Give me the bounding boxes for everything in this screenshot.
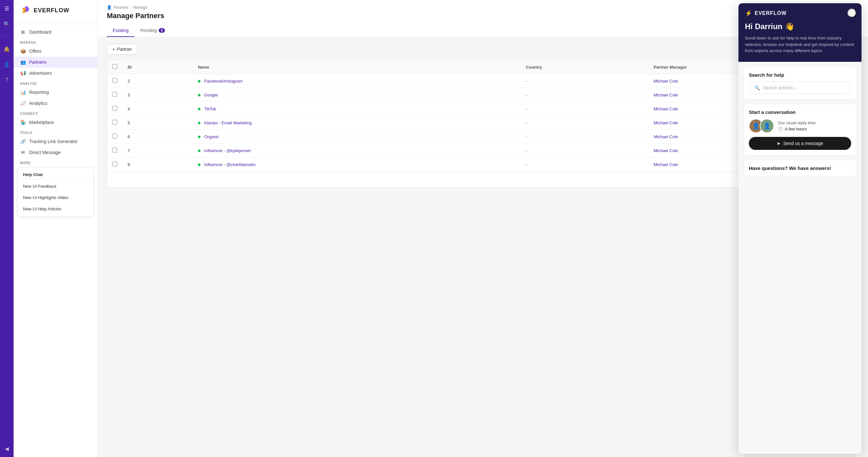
- cell-country-5: -: [521, 116, 649, 130]
- send-message-label: Send us a message: [783, 141, 823, 146]
- chat-search-field[interactable]: [763, 85, 846, 90]
- chat-close-button[interactable]: ✕: [847, 8, 856, 18]
- reply-time-value: A few hours: [785, 127, 807, 131]
- select-all-checkbox[interactable]: [113, 64, 117, 69]
- cell-name-2: Facebook/Instagram: [193, 74, 521, 88]
- sidebar-item-analytics[interactable]: 📈 Analytics: [13, 98, 97, 109]
- tab-pending-label: Pending: [140, 28, 157, 33]
- sidebar-item-tracking-link-generator[interactable]: 🔗 Tracking Link Generator: [13, 136, 97, 147]
- everflow-logo-icon: [20, 5, 30, 15]
- th-id: ID: [122, 60, 193, 74]
- send-icon: ➤: [777, 141, 780, 146]
- send-message-button[interactable]: ➤ Send us a message: [749, 137, 851, 150]
- collapse-sidebar-icon[interactable]: ◀: [2, 444, 11, 453]
- partner-name-2[interactable]: Facebook/Instagram: [205, 79, 243, 84]
- user-circle-icon[interactable]: 👤: [2, 60, 11, 69]
- search-icon[interactable]: 🔍: [2, 20, 11, 29]
- cell-id-5: 5: [122, 116, 193, 130]
- sidebar-item-reporting[interactable]: 📊 Reporting: [13, 87, 97, 98]
- partner-name-7[interactable]: Influencer - @kyliejenner: [205, 148, 251, 153]
- row-checkbox-3[interactable]: [113, 92, 117, 97]
- status-dot-4: [198, 108, 200, 110]
- chat-search-title: Search for help: [749, 72, 851, 78]
- sidebar-item-label-marketplace: Marketplace: [29, 120, 54, 125]
- sidebar-item-direct-message[interactable]: ✉ Direct Message: [13, 147, 97, 158]
- sidebar-item-label-dashboard: Dashboard: [29, 29, 52, 35]
- question-circle-icon[interactable]: ?: [2, 75, 11, 85]
- sidebar-logo-text: EVERFLOW: [34, 7, 69, 14]
- row-checkbox-2[interactable]: [113, 78, 117, 83]
- more-menu-item-ui-highlights[interactable]: New UI Highlights Video: [18, 192, 93, 203]
- sidebar-item-label-partners: Partners: [29, 60, 46, 65]
- reply-time: 🕐 A few hours: [778, 127, 851, 131]
- sidebar-item-marketplace[interactable]: 🏪 Marketplace: [13, 117, 97, 128]
- more-menu-item-ui-help[interactable]: New UI Help Articles: [18, 203, 93, 215]
- clock-icon: 🕐: [778, 127, 783, 131]
- cell-country-3: -: [521, 88, 649, 102]
- cell-name-5: Klaviyo - Email Marketing: [193, 116, 521, 130]
- cell-name-7: Influencer - @kyliejenner: [193, 144, 521, 158]
- sidebar-item-label-reporting: Reporting: [29, 90, 49, 95]
- partners-icon: 👥: [20, 60, 26, 65]
- sidebar-item-label-advertisers: Advertisers: [29, 71, 52, 76]
- partner-name-8[interactable]: Influencer - @charlidamelio: [205, 162, 255, 167]
- chat-search-section: Search for help 🔍: [744, 67, 856, 99]
- more-menu-item-ui-feedback[interactable]: New UI Feedback: [18, 181, 93, 192]
- status-dot-5: [198, 122, 200, 124]
- row-checkbox-7[interactable]: [113, 148, 117, 153]
- chat-search-icon: 🔍: [754, 85, 760, 90]
- chat-greeting: Hi Darriun 👋: [745, 22, 855, 31]
- th-checkbox: [107, 60, 122, 74]
- add-partner-button[interactable]: + Partner: [107, 44, 137, 55]
- sidebar-item-advertisers[interactable]: 📢 Advertisers: [13, 68, 97, 79]
- sidebar-item-dashboard[interactable]: ⊞ Dashboard: [13, 27, 97, 37]
- sidebar-item-partners[interactable]: 👥 Partners: [13, 57, 97, 68]
- partner-manager-2[interactable]: Michael Cole: [654, 79, 678, 84]
- breadcrumb-partners[interactable]: Partners: [114, 5, 128, 10]
- chat-search-input-wrapper[interactable]: 🔍: [749, 81, 851, 94]
- cell-id-6: 6: [122, 130, 193, 144]
- direct-message-icon: ✉: [20, 150, 26, 155]
- analytics-icon: 📈: [20, 101, 26, 106]
- tab-pending[interactable]: Pending 0: [134, 25, 171, 37]
- sidebar-item-label-direct-message: Direct Message: [29, 150, 61, 155]
- chat-header-logo: ⚡ EVERFLOW: [745, 10, 855, 17]
- row-checkbox-4[interactable]: [113, 106, 117, 111]
- row-checkbox-cell: [107, 158, 122, 171]
- chat-conversation-title: Start a conversation: [749, 109, 851, 115]
- partner-name-6[interactable]: Organic: [205, 134, 219, 139]
- section-label-analyze: ANALYZE: [13, 79, 97, 87]
- partner-name-5[interactable]: Klaviyo - Email Marketing: [205, 121, 252, 125]
- partner-manager-7[interactable]: Michael Cole: [654, 148, 678, 153]
- partner-manager-8[interactable]: Michael Cole: [654, 162, 678, 167]
- status-dot-3: [198, 94, 200, 96]
- cell-country-4: -: [521, 102, 649, 116]
- partner-name-4[interactable]: TikTok: [204, 106, 216, 111]
- cell-name-8: Influencer - @charlidamelio: [193, 158, 521, 171]
- more-menu-header: Help Chat: [18, 170, 93, 179]
- row-checkbox-8[interactable]: [113, 162, 117, 166]
- cell-id-8: 8: [122, 158, 193, 171]
- tab-pending-badge: 0: [159, 28, 164, 33]
- chat-body: Search for help 🔍 Start a conversation 👤…: [739, 62, 862, 454]
- menu-icon[interactable]: ☰: [2, 4, 11, 13]
- sidebar-item-offers[interactable]: 📦 Offers: [13, 46, 97, 57]
- status-dot-7: [198, 150, 200, 152]
- section-label-more: MORE: [13, 158, 97, 166]
- sidebar-divider-top: [13, 24, 97, 24]
- partner-manager-3[interactable]: Michael Cole: [654, 93, 678, 97]
- partner-manager-4[interactable]: Michael Cole: [654, 106, 678, 111]
- row-checkbox-5[interactable]: [113, 120, 117, 125]
- section-label-connect: CONNECT: [13, 109, 97, 117]
- tracking-link-icon: 🔗: [20, 139, 26, 144]
- sidebar-logo: EVERFLOW: [13, 0, 97, 21]
- partner-manager-5[interactable]: Michael Cole: [654, 121, 678, 125]
- rail-divider-1: [3, 36, 11, 37]
- row-checkbox-6[interactable]: [113, 134, 117, 138]
- partner-name-3[interactable]: Google: [205, 93, 218, 97]
- partner-manager-6[interactable]: Michael Cole: [654, 134, 678, 139]
- bell-icon[interactable]: 🔔: [2, 44, 11, 54]
- tab-existing[interactable]: Existing: [107, 25, 134, 37]
- sidebar-item-label-tracking-link: Tracking Link Generator: [29, 139, 78, 144]
- help-chat-panel: ⚡ EVERFLOW ✕ Hi Darriun 👋 Scroll down to…: [739, 3, 862, 454]
